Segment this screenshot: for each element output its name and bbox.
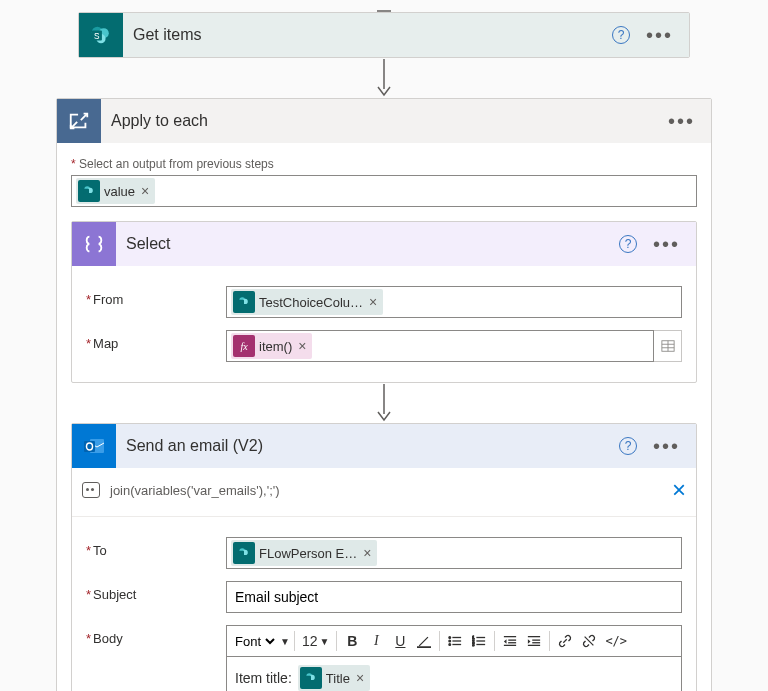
more-menu[interactable]: •••: [662, 110, 701, 133]
remove-token-icon[interactable]: ×: [361, 545, 371, 561]
from-label: From: [93, 292, 123, 307]
svg-point-24: [449, 637, 451, 639]
svg-rect-11: [239, 300, 244, 305]
help-icon[interactable]: ?: [612, 26, 630, 44]
svg-text:S: S: [94, 32, 100, 41]
email-title: Send an email (V2): [126, 437, 609, 455]
loop-icon: [57, 99, 101, 143]
apply-to-each-card: Apply to each ••• Select an output from …: [56, 98, 712, 691]
subject-label: Subject: [93, 587, 136, 602]
fx-icon: fx: [233, 335, 255, 357]
help-icon[interactable]: ?: [619, 235, 637, 253]
select-card: Select ? ••• *From: [71, 221, 697, 383]
close-icon[interactable]: ×: [672, 476, 686, 504]
svg-point-26: [449, 640, 451, 642]
svg-rect-47: [306, 676, 311, 681]
remove-token-icon[interactable]: ×: [367, 294, 377, 310]
indent-button[interactable]: [523, 628, 545, 654]
peek-icon: [82, 482, 100, 498]
sharepoint-token-icon: [78, 180, 100, 202]
svg-point-28: [449, 644, 451, 646]
select-header[interactable]: Select ? •••: [72, 222, 696, 266]
more-menu[interactable]: •••: [640, 24, 679, 47]
font-select[interactable]: Font: [231, 633, 278, 650]
svg-rect-8: [84, 189, 89, 194]
email-subject-input[interactable]: [226, 581, 682, 613]
size-select[interactable]: 12 ▼: [299, 628, 332, 654]
get-items-title: Get items: [133, 26, 602, 44]
sharepoint-icon: S: [79, 13, 123, 57]
map-label: Map: [93, 336, 118, 351]
svg-text:3: 3: [472, 642, 475, 647]
remove-token-icon[interactable]: ×: [139, 183, 149, 199]
email-header[interactable]: Send an email (V2) ? •••: [72, 424, 696, 468]
apply-output-input[interactable]: value ×: [71, 175, 697, 207]
peek-expression: join(variables('var_emails'),';'): [110, 483, 662, 498]
italic-button[interactable]: I: [365, 628, 387, 654]
more-menu[interactable]: •••: [647, 233, 686, 256]
rte-toolbar: Font ▼ 12 ▼ B I U: [226, 625, 682, 656]
bullet-list-button[interactable]: [444, 628, 466, 654]
remove-token-icon[interactable]: ×: [354, 670, 364, 686]
number-list-button[interactable]: 123: [468, 628, 490, 654]
select-from-input[interactable]: TestChoiceColu… ×: [226, 286, 682, 318]
value-token[interactable]: value ×: [76, 178, 155, 204]
body-text-1: Item title:: [235, 670, 292, 686]
sharepoint-token-icon: [233, 542, 255, 564]
email-body-editor[interactable]: Item title: Title ×: [226, 656, 682, 691]
outlook-icon: [72, 424, 116, 468]
color-button[interactable]: [413, 628, 435, 654]
svg-rect-22: [239, 551, 244, 556]
bold-button[interactable]: B: [341, 628, 363, 654]
to-label: To: [93, 543, 107, 558]
select-title: Select: [126, 235, 609, 253]
sharepoint-token-icon: [233, 291, 255, 313]
outdent-button[interactable]: [499, 628, 521, 654]
sharepoint-token-icon: [300, 667, 322, 689]
select-icon: [72, 222, 116, 266]
map-mode-toggle[interactable]: [654, 330, 682, 362]
map-token[interactable]: fx item() ×: [231, 333, 312, 359]
select-map-input[interactable]: fx item() ×: [226, 330, 654, 362]
help-icon[interactable]: ?: [619, 437, 637, 455]
get-items-card[interactable]: S Get items ? •••: [78, 12, 690, 58]
email-to-input[interactable]: FLowPerson E… ×: [226, 537, 682, 569]
to-token[interactable]: FLowPerson E… ×: [231, 540, 377, 566]
svg-line-44: [585, 637, 594, 646]
code-view-button[interactable]: </>: [602, 628, 630, 654]
apply-output-label: Select an output from previous steps: [71, 157, 697, 171]
apply-header[interactable]: Apply to each •••: [57, 99, 711, 143]
title-token[interactable]: Title ×: [298, 665, 370, 691]
underline-button[interactable]: U: [389, 628, 411, 654]
from-token[interactable]: TestChoiceColu… ×: [231, 289, 383, 315]
unlink-button[interactable]: [578, 628, 600, 654]
body-label: Body: [93, 631, 123, 646]
apply-title: Apply to each: [111, 112, 652, 130]
send-email-card: Send an email (V2) ? ••• join(variables(…: [71, 423, 697, 691]
link-button[interactable]: [554, 628, 576, 654]
svg-rect-23: [417, 646, 431, 648]
more-menu[interactable]: •••: [647, 435, 686, 458]
remove-token-icon[interactable]: ×: [296, 338, 306, 354]
